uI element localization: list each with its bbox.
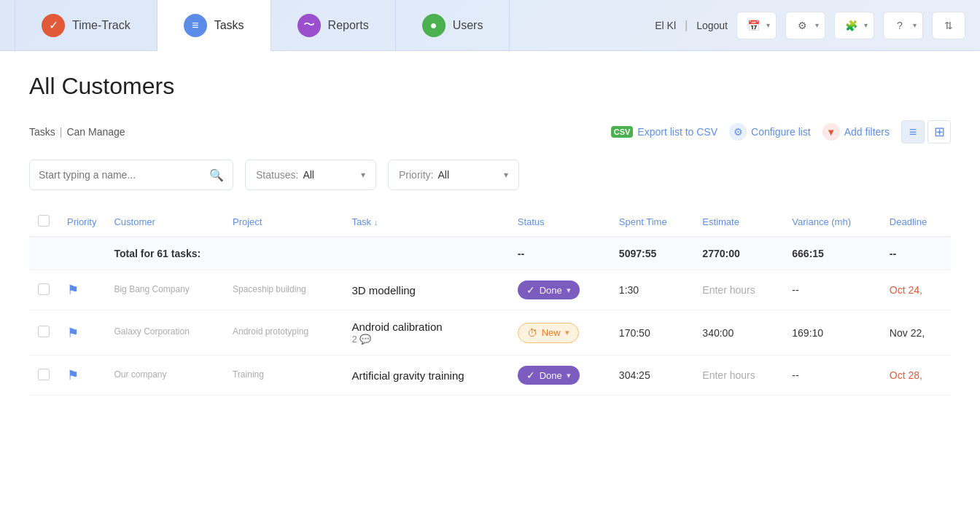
variance-cell-1: -- [783,270,881,310]
configure-icon: ⚙ [729,123,747,141]
status-cell-3: ✓ Done ▾ [509,356,610,396]
nav-icon-group-4: ? ▾ [883,12,923,39]
customer-cell-2: Galaxy Corporation [105,310,224,356]
total-label: Total for 61 tasks: [105,237,508,270]
nav-tab-reports[interactable]: 〜 Reports [271,0,396,51]
can-manage-link[interactable]: Can Manage [66,126,125,138]
statuses-filter[interactable]: Statuses: All ▾ [245,160,376,190]
grid-view-button[interactable]: ⊞ [928,120,951,144]
statuses-chevron: ▾ [361,170,365,180]
add-filters-button[interactable]: ▼ Add filters [822,123,890,141]
nav-tab-users-label: Users [453,19,483,32]
toolbar-left: Tasks | Can Manage [29,126,125,138]
nav-tab-timetrack[interactable]: ✓ Time-Track [15,0,158,51]
priority-flag-1: ⚑ [67,283,79,297]
status-new-button-2[interactable]: ⏱ New ▾ [518,323,579,343]
plugin-chevron[interactable]: ▾ [864,21,868,29]
filter-icon: ▼ [822,123,840,141]
nav-username: El Kl [655,20,676,31]
estimate-cell-2: 340:00 [693,310,783,356]
toolbar: Tasks | Can Manage CSV Export list to CS… [29,120,951,144]
deadline-cell-2: Nov 22, [881,310,951,356]
table-header-row: Priority Customer Project Task ↓ Status … [29,208,951,237]
comment-badge-2: 2 💬 [351,334,371,345]
plugin-icon[interactable]: 🧩 [841,15,861,36]
th-task[interactable]: Task ↓ [343,208,508,237]
nav-logout[interactable]: Logout [696,20,728,31]
customer-cell-3: Our company [105,356,224,396]
nav-tab-reports-label: Reports [328,19,369,32]
export-csv-button[interactable]: CSV Export list to CSV [611,126,718,138]
deadline-cell-1: Oct 24, [881,270,951,310]
task-cell-1: 3D modelling [343,270,508,310]
row-checkbox-2[interactable] [38,326,50,337]
settings-chevron[interactable]: ▾ [815,21,819,29]
th-deadline[interactable]: Deadline [881,208,951,237]
status-done-button-3[interactable]: ✓ Done ▾ [518,366,580,385]
navbar: ✓ Time-Track ≡ Tasks 〜 Reports ● Users E… [0,0,980,51]
th-checkbox [29,208,58,237]
settings-icon[interactable]: ⚙ [792,15,812,36]
th-status[interactable]: Status [509,208,610,237]
help-icon[interactable]: ? [890,15,910,36]
calendar-icon[interactable]: 📅 [743,15,763,36]
csv-icon: CSV [611,126,634,138]
total-status: -- [509,237,610,270]
priority-flag-2: ⚑ [67,326,79,340]
th-project[interactable]: Project [224,208,343,237]
tasks-link[interactable]: Tasks [29,126,55,138]
priority-chevron: ▾ [504,170,508,180]
sort-icon[interactable]: ⇅ [938,15,959,36]
reports-icon: 〜 [298,14,321,37]
search-box: 🔍 [29,160,233,190]
nav-icon-group-sort: ⇅ [932,12,965,39]
th-customer[interactable]: Customer [105,208,224,237]
nav-right: El Kl | Logout 📅 ▾ ⚙ ▾ 🧩 ▾ ? ▾ ⇅ [655,12,965,39]
nav-tab-users[interactable]: ● Users [396,0,510,51]
table-row: ⚑ Big Bang Company Spaceship building 3D… [29,270,951,310]
status-done-button-1[interactable]: ✓ Done ▾ [518,280,580,299]
view-toggle: ≡ ⊞ [901,120,951,144]
priority-filter[interactable]: Priority: All ▾ [388,160,519,190]
th-estimate[interactable]: Estimate [693,208,783,237]
configure-list-button[interactable]: ⚙ Configure list [729,123,811,141]
project-cell-2: Android prototyping [224,310,343,356]
total-row: Total for 61 tasks: -- 5097:55 2770:00 6… [29,237,951,270]
select-all-checkbox[interactable] [38,215,50,227]
main-content: All Customers Tasks | Can Manage CSV Exp… [0,51,980,518]
tasks-icon: ≡ [184,14,207,37]
row-checkbox-1[interactable] [38,283,50,295]
calendar-chevron[interactable]: ▾ [766,21,770,29]
task-cell-3: Artificial gravity training [343,356,508,396]
th-spent-time[interactable]: Spent Time [610,208,694,237]
nav-tab-tasks[interactable]: ≡ Tasks [158,0,271,51]
estimate-cell-1[interactable]: Enter hours [693,270,783,310]
nav-icon-group-2: ⚙ ▾ [785,12,825,39]
customer-cell-1: Big Bang Company [105,270,224,310]
variance-cell-2: 169:10 [783,310,881,356]
spent-cell-1: 1:30 [610,270,694,310]
timetrack-icon: ✓ [42,14,65,37]
nav-tab-timetrack-label: Time-Track [72,19,131,32]
search-input[interactable] [39,169,209,181]
estimate-cell-3[interactable]: Enter hours [693,356,783,396]
tasks-table: Priority Customer Project Task ↓ Status … [29,208,951,396]
total-estimate: 2770:00 [693,237,783,270]
total-deadline: -- [881,237,951,270]
priority-flag-3: ⚑ [67,368,79,382]
status-cell-1: ✓ Done ▾ [509,270,610,310]
project-cell-1: Spaceship building [224,270,343,310]
nav-tabs: ✓ Time-Track ≡ Tasks 〜 Reports ● Users [15,0,655,51]
priority-value: All [438,169,449,181]
help-chevron[interactable]: ▾ [913,21,917,29]
status-cell-2: ⏱ New ▾ [509,310,610,356]
list-view-button[interactable]: ≡ [901,120,925,144]
project-cell-3: Training [224,356,343,396]
th-variance[interactable]: Variance (mh) [783,208,881,237]
row-checkbox-3[interactable] [38,369,50,380]
th-priority[interactable]: Priority [58,208,105,237]
priority-label: Priority: [399,169,433,181]
filters-row: 🔍 Statuses: All ▾ Priority: All ▾ [29,160,951,190]
table-row: ⚑ Our company Training Artificial gravit… [29,356,951,396]
total-spent: 5097:55 [610,237,694,270]
